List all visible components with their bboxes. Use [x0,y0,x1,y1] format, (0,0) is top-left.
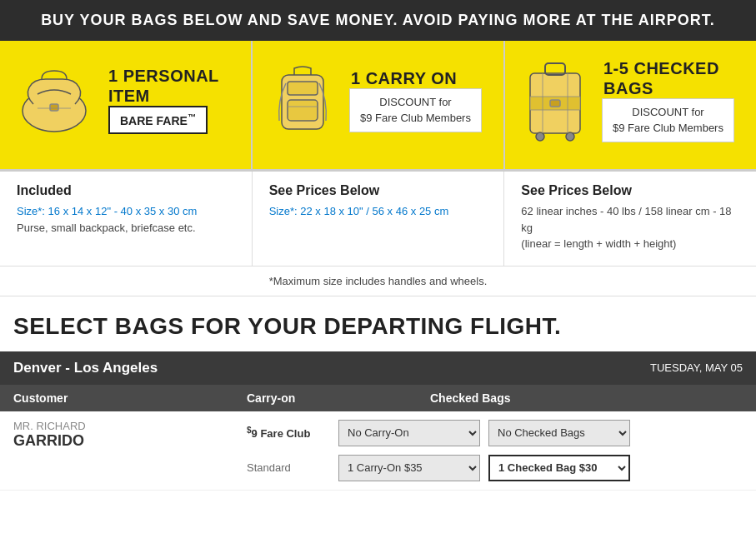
bag-options-col: $9 Fare Club No Carry-On 1 Carry-On $20 … [247,420,743,481]
personal-desc-col: Included Size*: 16 x 14 x 12" - 40 x 35 … [0,172,253,266]
checked-desc-note: (linear = length + width + height) [521,236,739,252]
flight-route: Denver - Los Angeles [13,360,650,376]
svg-rect-1 [50,104,58,111]
checked-desc-title: See Prices Below [521,183,739,198]
checked-desc-col: See Prices Below 62 linear inches - 40 l… [504,172,756,266]
personal-desc-title: Included [17,183,235,198]
max-size-note: *Maximum size includes handles and wheel… [0,267,756,296]
carryon-desc-size: Size*: 22 x 18 x 10" / 56 x 46 x 25 cm [269,203,488,220]
bag-desc-section: Included Size*: 16 x 14 x 12" - 40 x 35 … [0,172,756,267]
select-bags-title: SELECT BAGS FOR YOUR DEPARTING FLIGHT. [0,296,756,351]
flight-date: TUESDAY, MAY 05 [650,361,743,374]
personal-desc-size: Size*: 16 x 14 x 12" - 40 x 35 x 30 cm [17,203,235,220]
carryon-discount-badge: DISCOUNT for $9 Fare Club Members [349,88,482,132]
fare-club-checked-select[interactable]: No Checked Bags 1 Checked Bag $25 2 Chec… [488,420,630,446]
standard-carryon-wrap: No Carry-On 1 Carry-On $35 2 Carry-Ons $… [338,455,480,481]
carryon-bag-icon [269,58,336,142]
flight-table: Denver - Los Angeles TUESDAY, MAY 05 Cus… [0,351,756,491]
svg-point-12 [566,132,574,141]
table-col-headers: Customer Carry-on Checked Bags [0,385,756,411]
standard-checked-wrap: No Checked Bags 1 Checked Bag $30 2 Chec… [488,455,638,481]
passenger-last-name: GARRIDO [13,432,247,450]
checked-bags-col: 1-5 CHECKED BAGS DISCOUNT for $9 Fare Cl… [505,41,756,169]
checked-bag-icon [522,57,588,144]
bag-info-section: 1 PERSONAL ITEM BARE FARE™ [0,41,756,172]
checked-desc-size: 62 linear inches - 40 lbs / 158 linear c… [521,203,739,236]
checked-discount-badge: DISCOUNT for $9 Fare Club Members [602,98,734,142]
personal-item-col: 1 PERSONAL ITEM BARE FARE™ [0,41,253,169]
svg-rect-4 [288,100,318,121]
personal-item-icon-row: 1 PERSONAL ITEM BARE FARE™ [17,54,234,146]
svg-rect-5 [288,82,318,95]
fare-club-checked-wrap: No Checked Bags 1 Checked Bag $25 2 Chec… [488,420,638,446]
col-header-carryon: Carry-on [247,391,430,405]
carryon-desc-title: See Prices Below [269,183,488,198]
checked-bags-title: 1-5 CHECKED BAGS [603,58,739,98]
standard-label: Standard [247,461,330,474]
carryon-title: 1 CARRY ON [351,68,457,88]
carryon-col: 1 CARRY ON DISCOUNT for $9 Fare Club Mem… [253,41,505,169]
col-header-checked: Checked Bags [430,391,743,405]
personal-bag-icon [17,62,92,137]
carryon-desc-col: See Prices Below Size*: 22 x 18 x 10" / … [253,172,505,266]
col-header-customer: Customer [13,391,247,405]
table-row: MR. RICHARD GARRIDO $9 Fare Club No Carr… [0,411,756,491]
svg-point-11 [536,132,544,141]
checked-bags-icon-row: 1-5 CHECKED BAGS DISCOUNT for $9 Fare Cl… [522,54,739,146]
passenger-name-col: MR. RICHARD GARRIDO [13,420,247,450]
standard-row: Standard No Carry-On 1 Carry-On $35 2 Ca… [247,455,743,481]
personal-desc-note: Purse, small backpack, briefcase etc. [17,220,235,237]
fare-club-label: $9 Fare Club [247,426,330,440]
personal-item-title: 1 PERSONAL ITEM [108,66,234,106]
header-banner: BUY YOUR BAGS BELOW AND SAVE MONEY. AVOI… [0,0,756,41]
standard-checked-select[interactable]: No Checked Bags 1 Checked Bag $30 2 Chec… [488,455,630,481]
fare-club-carryon-select[interactable]: No Carry-On 1 Carry-On $20 2 Carry-Ons $… [338,420,480,446]
bare-fare-badge: BARE FARE™ [108,106,208,134]
passenger-title: MR. RICHARD [13,420,247,432]
svg-rect-10 [550,100,560,107]
fare-club-row: $9 Fare Club No Carry-On 1 Carry-On $20 … [247,420,743,446]
carryon-icon-row: 1 CARRY ON DISCOUNT for $9 Fare Club Mem… [269,54,487,146]
flight-header-row: Denver - Los Angeles TUESDAY, MAY 05 [0,351,756,385]
standard-carryon-select[interactable]: No Carry-On 1 Carry-On $35 2 Carry-Ons $… [338,455,480,481]
fare-club-carryon-wrap: No Carry-On 1 Carry-On $20 2 Carry-Ons $… [338,420,480,446]
